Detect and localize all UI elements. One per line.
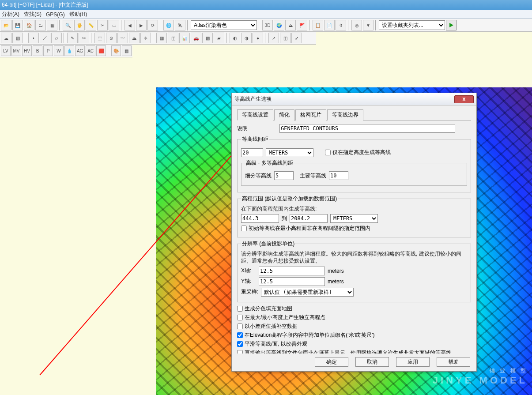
tool-refresh-icon[interactable]: ⟳ — [147, 20, 158, 30]
tool-river-icon[interactable]: 〰 — [117, 33, 128, 43]
tool-flyby-icon[interactable]: ✈ — [140, 33, 151, 43]
tool-fwd-icon[interactable]: ▶ — [136, 20, 147, 30]
dialog-titlebar[interactable]: 等高线产生选项 X — [232, 93, 476, 105]
draw-line-icon[interactable]: ／ — [40, 33, 50, 43]
tool-crop2-icon[interactable]: ◫ — [280, 33, 291, 43]
tool-terrain-icon[interactable]: ⛰ — [285, 20, 296, 30]
append-unit-label: 在Elevation高程字段内容中附加单位后缀名('米'或'英尺') — [245, 331, 375, 339]
cancel-button[interactable]: 取消 — [355, 357, 389, 367]
minor-contour-input[interactable] — [274, 171, 294, 180]
tool-crop-icon[interactable]: ✂ — [97, 20, 108, 30]
tool-zoomin-icon[interactable]: 🔍 — [63, 20, 73, 30]
yaxis-input[interactable] — [259, 277, 325, 286]
lyr-mv-icon[interactable]: MV — [11, 45, 21, 56]
range-from-input[interactable] — [241, 214, 279, 223]
smooth-contours-label: 平滑等高线/面, 以改善外观 — [245, 340, 307, 348]
tool-grid-icon[interactable]: ▦ — [47, 20, 57, 30]
tool-car-icon[interactable]: 🚗 — [191, 33, 201, 43]
shader-combo[interactable]: Atlas渲染着色 — [191, 20, 257, 30]
tool-volume-icon[interactable]: ⬚ — [94, 33, 105, 43]
interval-unit-select[interactable]: METERS — [266, 148, 313, 157]
tool-fill-icon[interactable]: ▰ — [214, 33, 224, 43]
tool-target-icon[interactable]: ◎ — [351, 20, 362, 30]
tool-sat-icon[interactable]: 🛰 — [175, 20, 185, 30]
tool-globe-icon[interactable]: 🌐 — [163, 20, 174, 30]
draw-cloud-icon[interactable]: ☁ — [1, 33, 11, 43]
tool-ext-icon[interactable]: ⤢ — [291, 33, 302, 43]
tool-grid2-icon[interactable]: ▦ — [156, 33, 167, 43]
description-input[interactable] — [279, 124, 455, 133]
lyr-drop-icon[interactable]: 💧 — [64, 45, 74, 56]
tool-measure-icon[interactable]: 📏 — [86, 20, 96, 30]
lyr-hv-icon[interactable]: HV — [22, 45, 32, 56]
lyr-cls-icon[interactable]: 🟥 — [96, 45, 106, 56]
tool-select-icon[interactable]: ▭ — [109, 20, 119, 30]
draw-poly-icon[interactable]: ▱ — [51, 33, 62, 43]
lyr-b-icon[interactable]: B — [33, 45, 42, 56]
lyr-lv-icon[interactable]: LV — [1, 45, 11, 56]
start-at-min-checkbox[interactable] — [241, 226, 247, 231]
major-contour-input[interactable] — [329, 171, 348, 180]
menu-gps[interactable]: GPS(G) — [46, 11, 65, 18]
separator — [121, 20, 123, 30]
lyr-ag-icon[interactable]: AG — [75, 45, 85, 56]
palette-1-icon[interactable]: 🎨 — [111, 45, 121, 56]
lyr-w-icon[interactable]: W — [54, 45, 64, 56]
tab-simplify[interactable]: 简化 — [274, 109, 294, 120]
tool-paste-icon[interactable]: 📄 — [324, 20, 335, 30]
lyr-ac-icon[interactable]: AC — [86, 45, 95, 56]
tab-contour-settings[interactable]: 等高线设置 — [237, 109, 273, 120]
export-direct-checkbox[interactable] — [237, 350, 243, 354]
palette-2-icon[interactable]: ▦ — [122, 45, 132, 56]
draw-hatch-icon[interactable]: ▨ — [12, 33, 23, 43]
tool-flag-icon[interactable]: 🚩 — [297, 20, 307, 30]
tool-blend-icon[interactable]: ◑ — [241, 33, 252, 43]
tool-neswap-icon[interactable]: ↗ — [268, 33, 279, 43]
tool-save-icon[interactable]: 💾 — [12, 20, 23, 30]
menu-help[interactable]: 帮助(H) — [69, 11, 87, 18]
ok-button[interactable]: 确定 — [315, 357, 348, 367]
tool-layers-icon[interactable]: 🗂 — [35, 20, 46, 30]
edit-cut-icon[interactable]: ✂ — [79, 33, 89, 43]
tool-copy-icon[interactable]: 📋 — [313, 20, 323, 30]
xaxis-input[interactable] — [259, 267, 325, 275]
tool-world-icon[interactable]: 🌍 — [274, 20, 284, 30]
tool-shade-icon[interactable]: ◐ — [230, 33, 240, 43]
append-unit-checkbox[interactable] — [237, 332, 243, 338]
favorites-combo[interactable]: 设置收藏夹列表... — [379, 20, 445, 30]
tool-mesh-icon[interactable]: ▩ — [202, 33, 213, 43]
tool-chart-icon[interactable]: 📊 — [179, 33, 190, 43]
range-unit-select[interactable]: METERS — [330, 214, 378, 223]
tool-profile-icon[interactable]: ⛰ — [129, 33, 140, 43]
tool-spot-icon[interactable]: ⊙ — [106, 33, 117, 43]
tool-mosaic-icon[interactable]: ◫ — [168, 33, 178, 43]
tool-route-icon[interactable]: ↯ — [336, 20, 346, 30]
tab-grid-tiles[interactable]: 格网瓦片 — [295, 109, 326, 120]
tool-home-icon[interactable]: 🏠 — [24, 20, 34, 30]
interpolate-gaps-checkbox[interactable] — [237, 324, 243, 329]
range-to-input[interactable] — [290, 214, 328, 223]
gen-spot-elev-checkbox[interactable] — [237, 315, 243, 320]
tool-dark-icon[interactable]: ● — [253, 33, 263, 43]
lyr-p-icon[interactable]: P — [43, 45, 53, 56]
tool-open-icon[interactable]: 📂 — [1, 20, 11, 30]
apply-button[interactable]: 应用 — [396, 357, 430, 367]
menu-search[interactable]: 查找(S) — [24, 11, 42, 18]
close-button[interactable]: X — [454, 95, 474, 103]
draw-pt-icon[interactable]: • — [28, 33, 39, 43]
tool-3d-icon[interactable]: 3D — [262, 20, 273, 30]
play-button[interactable] — [446, 20, 457, 30]
edit-pen-icon[interactable]: ✎ — [67, 33, 78, 43]
gen-color-fill-checkbox[interactable] — [237, 306, 243, 312]
tool-back-icon[interactable]: ◀ — [125, 20, 135, 30]
interval-value-input[interactable] — [241, 148, 263, 157]
menu-analyze[interactable]: 分析(A) — [2, 11, 19, 18]
help-button[interactable]: 帮助 — [437, 357, 470, 367]
tool-dropdown-icon[interactable]: ▼ — [363, 20, 374, 30]
separator — [25, 33, 26, 43]
tool-pan-icon[interactable]: 🖐 — [74, 20, 85, 30]
smooth-contours-checkbox[interactable] — [237, 341, 243, 347]
tab-bounds[interactable]: 等高线边界 — [327, 109, 363, 120]
resample-select[interactable]: 默认值 (如果需要重新取样) — [261, 288, 354, 297]
only-at-height-checkbox[interactable] — [325, 150, 331, 155]
